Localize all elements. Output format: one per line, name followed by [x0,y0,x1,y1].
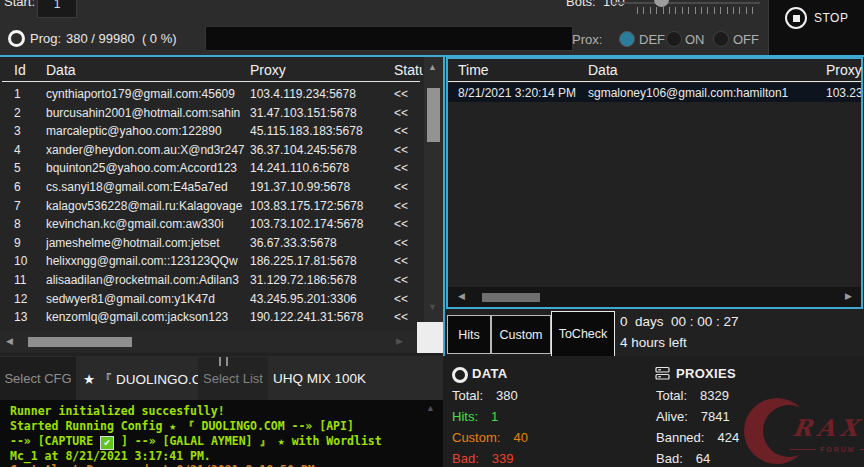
cell-proxy: 191.37.10.99:5678 [250,180,394,194]
h-scrollbar-thumb[interactable] [482,293,540,302]
col-header-id[interactable]: Id [14,62,26,78]
cell-proxy: 36.67.33.3:5678 [250,236,394,250]
cell-data: kenzomlq@gmail.com:jackson123 [46,310,250,324]
cell-id: 10 [0,254,46,268]
table-row[interactable]: 8kevinchan.kc@gmail.com:aw330i103.73.102… [0,214,420,233]
tab-custom[interactable]: Custom [491,315,551,354]
log-line: Started Running Config ★ 『 DUOLINGO.COM … [10,419,354,433]
stat-data-custom: Custom:40 [452,430,528,445]
select-cfg-button[interactable]: Select CFG [0,357,76,400]
crax-logo-forum: FORUM [786,446,864,453]
cell-data: sedwyer81@gmail.com:y1K47d [46,292,250,306]
cell-status: << [394,143,424,157]
table-row[interactable]: 4xander@heydon.com.au:X@nd3r24736.37.104… [0,140,420,159]
splitter-vertical[interactable] [443,57,445,356]
cell-status: << [394,292,424,306]
prog-radio[interactable] [8,30,25,47]
cell-proxy: 31.47.103.151:5678 [250,106,394,120]
cell-status: << [394,180,424,194]
tab-tocheck[interactable]: ToCheck [551,311,615,357]
stat-data-hits: Hits:1 [452,409,498,424]
table-row[interactable]: 10helixxngg@gmail.com::123123QQw186.225.… [0,251,420,270]
col-header-proxy[interactable]: Proxy [826,62,862,78]
col-header-time[interactable]: Time [458,62,489,78]
scroll-up-icon[interactable]: ▲ [426,404,435,413]
scroll-right-icon[interactable]: ▶ [396,337,403,346]
table-row[interactable]: 6cs.sanyi18@gmail.com:E4a5a7ed191.37.10.… [0,177,420,196]
prox-on-label[interactable]: ON [685,32,705,47]
bots-slider-track [612,2,760,4]
cell-id: 7 [0,199,46,213]
cell-id: 5 [0,161,46,175]
prox-off-radio[interactable] [713,31,729,47]
scroll-right-icon[interactable]: ▶ [845,292,852,301]
combo-input[interactable] [205,26,573,51]
data-title: DATA [472,366,507,381]
cell-status: << [394,199,424,213]
splitter-grip-icon[interactable] [219,357,228,366]
scroll-down-icon[interactable]: ▼ [428,303,437,312]
cell-proxy: 43.245.95.201:3306 [250,292,394,306]
col-header-data[interactable]: Data [588,62,618,78]
scroll-left-icon[interactable]: ◀ [458,292,465,301]
log-segment: ] --» [114,434,162,448]
table-row[interactable]: 11alisaadilan@rocketmail.com:Adilan331.1… [0,270,420,289]
stat-proxy-banned: Banned:424 [656,430,739,445]
prox-on-radio[interactable] [666,31,682,47]
prox-off-label[interactable]: OFF [733,32,759,47]
data-icon [452,367,468,383]
col-header-proxy[interactable]: Proxy [250,62,286,78]
cell-status: << [394,161,424,175]
tab-hits[interactable]: Hits [447,315,491,354]
bots-slider-thumb[interactable] [654,0,669,7]
cell-data: burcusahin2001@hotmail.com:sahin [46,106,250,120]
cell-proxy: 103.73.102.174:5678 [250,217,394,231]
cell-data: helixxngg@gmail.com::123123QQw [46,254,250,268]
col-header-status[interactable]: Status [394,62,423,78]
prox-label: Prox: [572,32,602,47]
stat-data-bad: Bad:339 [452,451,513,466]
cell-status: << [394,87,424,101]
scroll-left-icon[interactable]: ◀ [6,337,13,346]
cell-status: << [394,124,424,138]
stop-button[interactable]: STOP [785,7,848,29]
prox-def-label[interactable]: DEF [639,32,665,47]
h-scrollbar-thumb[interactable] [28,337,132,347]
cell-status: << [394,236,424,250]
col-header-data[interactable]: Data [46,62,76,78]
cell-id: 9 [0,236,46,250]
scroll-up-icon[interactable]: ▲ [428,63,437,72]
log-line-clipped: Cust Alert Processed at 8/21/2021 3:18:5… [10,463,322,467]
log-author: [GALAL AYMEN] [162,434,252,448]
table-row[interactable]: 9jameshelme@hotmail.com:jetset36.67.33.3… [0,233,420,252]
select-list-button[interactable]: Select List [198,357,268,400]
start-input[interactable] [37,0,77,18]
top-toolbar: Start: Bots: 100 STOP Prog: 380 / 99980 … [0,0,864,55]
cell-data: kalagov536228@mail.ru:Kalagovage [46,199,250,213]
table-row[interactable]: 7kalagov536228@mail.ru:Kalagovage103.83.… [0,196,420,215]
v-scrollbar-thumb[interactable] [427,88,440,142]
cell-data: jameshelme@hotmail.com:jetset [46,236,250,250]
log-line: Runner initialized succesfully! [10,404,225,418]
prox-def-radio[interactable] [619,31,635,47]
hit-row-selected[interactable]: 8/21/2021 3:20:14 PM sgmaloney106@gmail.… [448,83,861,102]
table-row[interactable]: 13kenzomlq@gmail.com:jackson123190.122.2… [0,307,420,326]
cell-id: 13 [0,310,46,324]
cell-id: 11 [0,273,46,287]
remaining-time: 4 hours left [620,335,687,350]
cell-data: cynthiaporto179@gmail.com:45609 [46,87,250,101]
table-row[interactable]: 2burcusahin2001@hotmail.com:sahin31.47.1… [0,103,420,122]
cell-data: sgmaloney106@gmail.com:hamilton1 [588,86,826,100]
cell-id: 1 [0,87,46,101]
table-row[interactable]: 5bquinton25@yahoo.com:Accord12314.241.11… [0,158,420,177]
table-row[interactable]: 3marcaleptic@yahoo.com:12289045.115.183.… [0,121,420,140]
cell-id: 12 [0,292,46,306]
cell-id: 4 [0,143,46,157]
log-segment: --» [CAPTURE [10,434,100,448]
app-window: Start: Bots: 100 STOP Prog: 380 / 99980 … [0,0,864,467]
cell-proxy: 103.83.175.172:5678 [250,199,394,213]
table-row[interactable]: 12sedwyer81@gmail.com:y1K47d43.245.95.20… [0,289,420,308]
cell-status: << [394,273,424,287]
table-row[interactable]: 1cynthiaporto179@gmail.com:45609103.4.11… [0,84,420,103]
capture-check-icon: ✔ [100,436,114,450]
